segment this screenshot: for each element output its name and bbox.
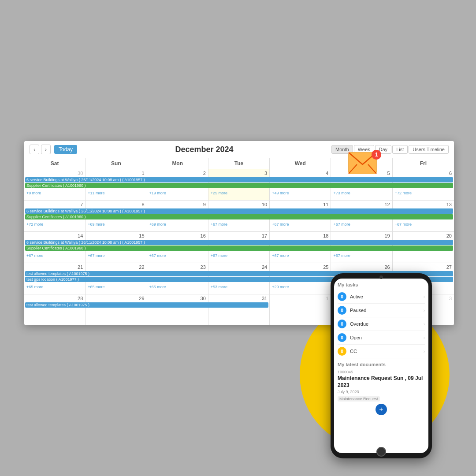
more-events[interactable]: +9 more xyxy=(25,190,84,196)
task-label-overdue: Overdue xyxy=(350,321,424,327)
day-header-tue: Tue xyxy=(208,158,270,169)
calendar-navigation: ‹ › Today xyxy=(30,145,77,154)
task-item-paused[interactable]: 0 Paused › xyxy=(338,304,425,317)
more-events[interactable]: +67 more xyxy=(271,253,330,258)
phone-camera xyxy=(379,275,383,279)
more-events[interactable]: +25 more xyxy=(209,190,268,196)
day-header-fri: Fri xyxy=(393,158,454,169)
task-arrow-open: › xyxy=(424,335,425,340)
more-events[interactable]: +67 more xyxy=(394,222,453,227)
doc-type: Maintenance Request xyxy=(338,396,380,402)
notification-badge: 1 xyxy=(372,150,381,160)
calendar-header: ‹ › Today December 2024 Month Week Day L… xyxy=(24,141,454,158)
more-events[interactable]: +19 more xyxy=(148,190,207,196)
task-badge-cc: 0 xyxy=(338,347,346,356)
calendar-week-2: 6 service Buildings at Walliya ( 26/11/2… xyxy=(24,201,454,232)
more-events[interactable]: +67 more xyxy=(25,253,84,258)
calendar-week-3: 6 service Buildings at Walliya ( 26/11/2… xyxy=(24,232,454,263)
doc-date: July 9, 2023 xyxy=(338,390,425,394)
cell-dec31[interactable]: 31 xyxy=(208,294,270,325)
more-events[interactable]: +67 more xyxy=(271,222,330,227)
email-icon-wrapper: 1 xyxy=(348,152,379,176)
phone-body: My tasks 0 Active › 0 Paused › 0 Overdue… xyxy=(331,273,432,458)
event-bar-green-1[interactable]: Supplier Certificates ( A1001960 ) xyxy=(25,183,453,188)
email-notification: 1 xyxy=(348,152,383,183)
calendar-prev-button[interactable]: ‹ xyxy=(30,145,39,154)
fab-add-button[interactable]: + xyxy=(376,404,387,415)
task-item-open[interactable]: 0 Open › xyxy=(338,331,425,345)
event-bar-green-3[interactable]: Supplier Certificates ( A1001960 ) xyxy=(25,245,453,251)
task-label-active: Active xyxy=(350,294,424,299)
more-events[interactable]: +69 more xyxy=(148,222,207,227)
calendar-next-button[interactable]: › xyxy=(41,145,51,154)
calendar-today-button[interactable]: Today xyxy=(54,145,77,154)
latest-docs-title: My latest documents xyxy=(338,362,425,367)
view-list-button[interactable]: List xyxy=(392,145,408,154)
more-events[interactable]: +67 more xyxy=(148,253,207,258)
task-badge-paused: 0 xyxy=(338,306,346,315)
cell-dec28[interactable]: 28 xyxy=(24,294,86,325)
task-arrow-overdue: › xyxy=(424,322,425,327)
task-arrow-cc: › xyxy=(424,349,425,354)
event-bar-green-2[interactable]: Supplier Certificates ( A1001960 ) xyxy=(25,214,453,219)
more-events[interactable]: +65 more xyxy=(25,284,84,290)
day-header-sat: Sat xyxy=(24,158,86,169)
calendar-day-headers: Sat Sun Mon Tue Wed Thu Fri xyxy=(24,158,454,169)
more-events[interactable]: +65 more xyxy=(86,284,145,290)
task-arrow-paused: › xyxy=(424,308,425,313)
task-badge-active: 0 xyxy=(338,292,346,301)
calendar-title: December 2024 xyxy=(77,145,331,154)
task-item-active[interactable]: 0 Active › xyxy=(338,290,425,304)
cell-dec29[interactable]: 29 xyxy=(86,294,147,325)
more-events[interactable]: +11 more xyxy=(86,190,145,196)
phone-home-button[interactable] xyxy=(376,447,386,457)
more-events[interactable]: +49 more xyxy=(271,190,330,196)
day-header-sun: Sun xyxy=(86,158,147,169)
phone-screen: My tasks 0 Active › 0 Paused › 0 Overdue… xyxy=(334,279,428,453)
event-bar-blue-3[interactable]: 6 service Buildings at Walliya ( 26/11/2… xyxy=(25,240,453,245)
phone-content: My tasks 0 Active › 0 Paused › 0 Overdue… xyxy=(334,279,428,453)
task-item-overdue[interactable]: 0 Overdue › xyxy=(338,317,425,331)
more-events[interactable]: +65 more xyxy=(148,284,207,290)
more-events[interactable]: +67 more xyxy=(209,253,268,258)
task-item-cc[interactable]: 0 CC › xyxy=(338,345,425,358)
event-bar-blue-2[interactable]: 6 service Buildings at Walliya ( 26/11/2… xyxy=(25,208,453,214)
mobile-phone: My tasks 0 Active › 0 Paused › 0 Overdue… xyxy=(331,273,432,458)
task-label-paused: Paused xyxy=(350,308,424,313)
cell-dec30[interactable]: 30 xyxy=(147,294,208,325)
task-label-open: Open xyxy=(350,335,424,340)
event-bar-blue-6[interactable]: test allowed templates ( A1001975 ) xyxy=(25,302,268,308)
more-events[interactable]: +67 more xyxy=(332,253,391,258)
more-events[interactable]: +53 more xyxy=(209,284,268,290)
task-arrow-active: › xyxy=(424,294,425,299)
my-tasks-title: My tasks xyxy=(338,282,425,287)
task-badge-open: 0 xyxy=(338,333,346,342)
doc-title[interactable]: Maintenance Request Sun , 09 Jul 2023 xyxy=(338,375,425,389)
more-events[interactable]: +73 more xyxy=(332,190,391,196)
more-events[interactable]: +69 more xyxy=(86,222,145,227)
more-events[interactable]: +72 more xyxy=(394,190,453,196)
latest-documents-section: My latest documents 1000045 Maintenance … xyxy=(338,362,425,402)
more-events[interactable]: +67 more xyxy=(209,222,268,227)
day-header-mon: Mon xyxy=(147,158,208,169)
view-users-timeline-button[interactable]: Users Timeline xyxy=(409,145,449,154)
task-badge-overdue: 0 xyxy=(338,320,346,328)
more-events[interactable]: +67 more xyxy=(86,253,145,258)
task-label-cc: CC xyxy=(350,349,424,354)
doc-number: 1000045 xyxy=(338,370,425,374)
event-bar-blue-1[interactable]: 6 service Buildings at Walliya ( 26/11/2… xyxy=(25,177,453,182)
day-header-wed: Wed xyxy=(270,158,331,169)
cell-jan1[interactable]: 1 xyxy=(270,294,331,325)
more-events[interactable]: +72 more xyxy=(25,222,84,227)
more-events[interactable]: +29 more xyxy=(271,284,330,290)
more-events[interactable]: +67 more xyxy=(332,222,391,227)
calendar-week-1: 6 service Buildings at Walliya ( 26/11/2… xyxy=(24,169,454,201)
